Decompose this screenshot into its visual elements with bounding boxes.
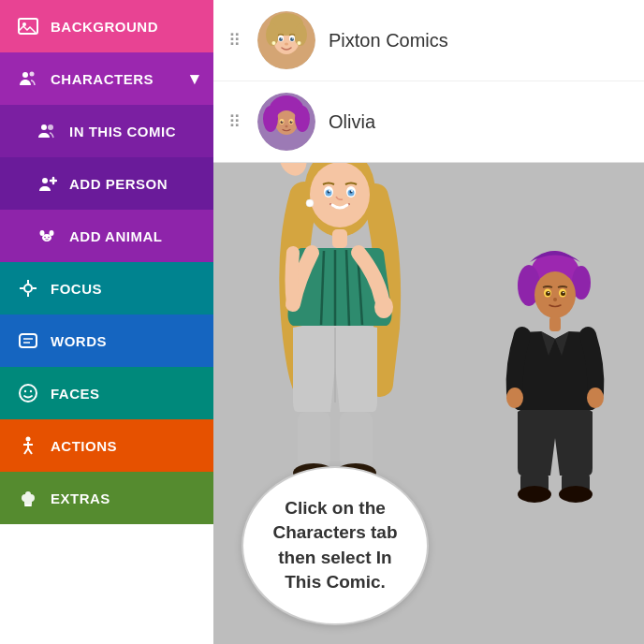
svg-point-41 [290, 37, 294, 41]
svg-point-57 [291, 121, 292, 122]
svg-point-24 [24, 390, 26, 392]
svg-point-58 [285, 125, 288, 127]
svg-point-104 [559, 486, 593, 503]
svg-point-26 [26, 437, 31, 442]
character-name-olivia: Olivia [329, 111, 375, 133]
svg-point-90 [534, 271, 576, 318]
characters-icon [15, 66, 41, 92]
sidebar-label-add-animal: ADD ANIMAL [69, 228, 162, 244]
sidebar-label-extras: EXTRAS [51, 490, 110, 506]
sidebar-item-focus[interactable]: FOCUS [0, 262, 213, 315]
sidebar-item-characters[interactable]: CHARACTERS ▾ [0, 52, 213, 105]
character-row-olivia[interactable]: ⠿ [213, 81, 644, 162]
svg-point-42 [281, 37, 282, 38]
svg-point-4 [41, 124, 47, 130]
svg-point-50 [263, 106, 278, 132]
sidebar-label-actions: ACTIONS [51, 438, 117, 454]
svg-point-86 [306, 199, 314, 207]
svg-point-46 [298, 41, 301, 45]
svg-point-45 [272, 41, 276, 45]
svg-point-2 [22, 72, 28, 78]
svg-point-71 [374, 296, 393, 318]
svg-point-5 [48, 124, 53, 130]
svg-point-43 [292, 37, 293, 38]
svg-point-97 [553, 298, 557, 301]
svg-point-14 [24, 285, 32, 292]
sidebar-label-faces: FACES [51, 386, 100, 402]
main-content: ⠿ [213, 0, 644, 644]
svg-point-96 [563, 292, 564, 294]
svg-point-94 [561, 291, 565, 296]
svg-point-23 [20, 385, 37, 402]
sidebar-label-background: BACKGROUND [51, 19, 158, 35]
sidebar-item-add-animal[interactable]: ADD ANIMAL [0, 210, 213, 262]
sidebar-label-focus: FOCUS [51, 281, 102, 297]
svg-point-54 [281, 121, 284, 124]
extras-icon [15, 485, 41, 511]
svg-point-44 [285, 43, 288, 46]
svg-rect-31 [24, 505, 32, 506]
sidebar: BACKGROUND CHARACTERS ▾ [0, 0, 213, 644]
svg-point-13 [48, 237, 50, 239]
character-panel: ⠿ [213, 0, 644, 163]
svg-point-95 [548, 292, 549, 294]
drag-handle-olivia: ⠿ [228, 111, 241, 132]
sidebar-item-background[interactable]: BACKGROUND [0, 0, 213, 52]
svg-point-40 [279, 37, 283, 41]
svg-rect-73 [298, 412, 330, 468]
svg-rect-66 [332, 229, 347, 248]
sidebar-item-in-this-comic[interactable]: IN THIS COMIC [0, 105, 213, 157]
svg-point-11 [42, 234, 51, 242]
svg-point-100 [587, 388, 604, 408]
add-animal-icon [34, 223, 60, 249]
avatar-olivia [257, 93, 315, 151]
sidebar-item-faces[interactable]: FACES [0, 367, 213, 419]
sidebar-label-in-this-comic: IN THIS COMIC [69, 124, 176, 139]
add-person-icon [34, 170, 60, 197]
svg-rect-19 [20, 334, 37, 347]
sidebar-label-add-person: ADD PERSON [69, 176, 168, 192]
svg-point-51 [295, 106, 310, 132]
chevron-down-icon: ▾ [190, 68, 199, 89]
words-icon [15, 328, 41, 354]
svg-point-85 [351, 190, 353, 192]
svg-point-55 [290, 121, 293, 124]
sidebar-label-characters: CHARACTERS [51, 71, 154, 87]
sidebar-item-words[interactable]: WORDS [0, 315, 213, 367]
svg-point-3 [30, 72, 35, 77]
svg-point-6 [42, 178, 48, 183]
svg-rect-98 [549, 316, 561, 331]
svg-point-12 [44, 237, 46, 239]
svg-point-77 [310, 162, 370, 227]
svg-point-103 [518, 486, 551, 503]
focus-icon [15, 275, 41, 301]
avatar-pixton [257, 11, 315, 69]
character-short-purple[interactable] [494, 234, 616, 505]
app-container: BACKGROUND CHARACTERS ▾ [0, 0, 644, 644]
svg-rect-74 [340, 412, 373, 468]
svg-point-25 [30, 390, 32, 392]
in-this-comic-icon [34, 118, 60, 144]
sidebar-item-actions[interactable]: ACTIONS [0, 419, 213, 472]
sidebar-label-words: WORDS [51, 333, 107, 349]
svg-line-30 [28, 448, 32, 454]
svg-point-99 [506, 388, 523, 408]
svg-point-84 [329, 190, 330, 192]
svg-point-56 [282, 121, 283, 122]
scene: Click on the Characters tab then select … [213, 159, 644, 644]
actions-icon [15, 432, 41, 459]
svg-point-93 [546, 291, 550, 296]
sidebar-item-extras[interactable]: EXTRAS [0, 472, 213, 524]
faces-icon [15, 380, 41, 406]
character-row-pixton[interactable]: ⠿ [213, 0, 644, 81]
speech-bubble-text: Click on the Characters tab then select … [272, 498, 397, 593]
character-name-pixton: Pixton Comics [329, 30, 448, 51]
speech-bubble: Click on the Characters tab then select … [242, 466, 429, 625]
background-icon [15, 13, 41, 39]
drag-handle-pixton: ⠿ [228, 30, 241, 51]
sidebar-item-add-person[interactable]: ADD PERSON [0, 157, 213, 210]
